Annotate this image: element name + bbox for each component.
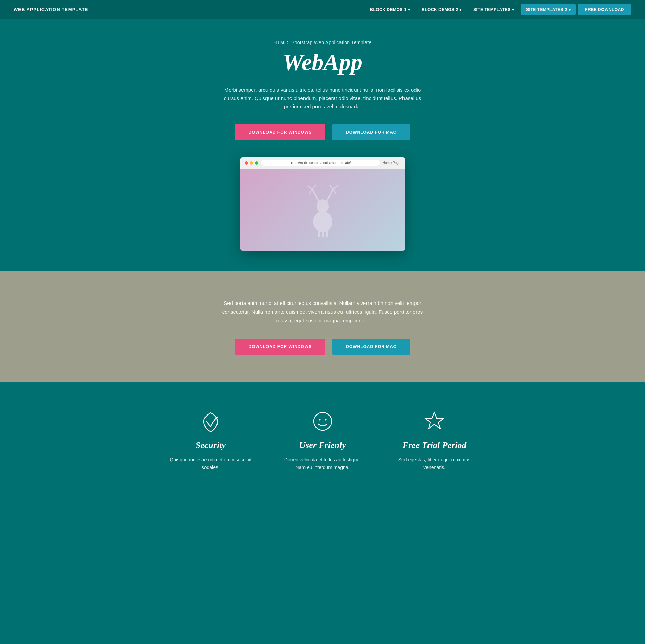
- features-section: Security Quisque molestie odio et enim s…: [0, 382, 645, 506]
- svg-line-1: [307, 186, 312, 189]
- svg-line-6: [333, 189, 336, 194]
- svg-point-8: [317, 199, 329, 213]
- browser-home: Home Page: [383, 161, 401, 165]
- free-trial-desc: Sed egestas, libero eget maximus venenat…: [392, 456, 477, 471]
- security-icon: [199, 409, 223, 433]
- nav-block-demos-2[interactable]: BLOCK DEMOS 2 ▾: [417, 4, 467, 15]
- feature-user-friendly: User Frienly Donec vehicula et tellus ac…: [280, 409, 365, 471]
- svg-point-13: [314, 412, 332, 430]
- svg-line-2: [309, 189, 312, 194]
- gray-section: Sed porta enim nunc, at efficitur lectus…: [0, 271, 645, 382]
- nav-links: BLOCK DEMOS 1 ▾ BLOCK DEMOS 2 ▾ SITE TEM…: [365, 4, 631, 15]
- svg-line-0: [312, 189, 319, 203]
- svg-line-7: [330, 185, 333, 189]
- user-friendly-desc: Donec vehicula et tellus ac tristique. N…: [280, 456, 365, 471]
- security-desc: Quisque molestie odio et enim suscipit s…: [169, 456, 253, 471]
- features-grid: Security Quisque molestie odio et enim s…: [169, 409, 477, 471]
- svg-rect-12: [326, 230, 328, 237]
- hero-download-windows[interactable]: DOWNLOAD FOR WINDOWS: [235, 124, 326, 140]
- svg-point-14: [319, 419, 320, 420]
- free-trial-title: Free Trial Period: [392, 440, 477, 450]
- deer-illustration: [302, 182, 343, 237]
- browser-content: [240, 169, 405, 251]
- nav-brand: WEB APPLICATION TEMPLATE: [14, 7, 88, 12]
- svg-rect-10: [318, 230, 320, 237]
- gray-section-buttons: DOWNLOAD FOR WINDOWS DOWNLOAD FOR MAC: [7, 339, 638, 355]
- navbar: WEB APPLICATION TEMPLATE BLOCK DEMOS 1 ▾…: [0, 0, 645, 19]
- nav-free-download[interactable]: FREE DOWNLOAD: [578, 4, 631, 15]
- user-friendly-icon: [311, 409, 335, 433]
- hero-title: WebApp: [7, 49, 638, 76]
- svg-line-3: [312, 185, 316, 189]
- hero-subtitle: HTML5 Bootstrap Web Application Template: [7, 40, 638, 45]
- svg-line-5: [333, 186, 338, 189]
- gray-section-description: Sed porta enim nunc, at efficitur lectus…: [216, 299, 429, 325]
- feature-security: Security Quisque molestie odio et enim s…: [169, 409, 253, 471]
- gray-download-mac[interactable]: DOWNLOAD FOR MAC: [332, 339, 410, 355]
- free-trial-icon: [422, 409, 446, 433]
- svg-line-4: [326, 189, 333, 203]
- feature-free-trial: Free Trial Period Sed egestas, libero eg…: [392, 409, 477, 471]
- browser-bar: https://mobirise.com/bootstrap-template/…: [240, 157, 405, 169]
- svg-marker-16: [425, 412, 444, 429]
- gray-download-windows[interactable]: DOWNLOAD FOR WINDOWS: [235, 339, 326, 355]
- browser-url: https://mobirise.com/bootstrap-template/: [261, 160, 380, 166]
- svg-rect-11: [322, 230, 324, 237]
- hero-buttons: DOWNLOAD FOR WINDOWS DOWNLOAD FOR MAC: [7, 124, 638, 140]
- dot-yellow: [250, 161, 253, 165]
- security-title: Security: [169, 440, 253, 450]
- nav-site-templates-2[interactable]: SITE TEMPLATES 2 ▾: [521, 4, 576, 15]
- browser-dots: [245, 161, 258, 165]
- hero-download-mac[interactable]: DOWNLOAD FOR MAC: [332, 124, 410, 140]
- user-friendly-title: User Frienly: [280, 440, 365, 450]
- svg-point-15: [325, 419, 326, 420]
- dot-green: [255, 161, 258, 165]
- hero-description: Morbi semper, arcu quis varius ultricies…: [220, 86, 425, 111]
- hero-section: HTML5 Bootstrap Web Application Template…: [0, 19, 645, 271]
- nav-site-templates[interactable]: SITE TEMPLATES ▾: [469, 4, 519, 15]
- nav-block-demos-1[interactable]: BLOCK DEMOS 1 ▾: [365, 4, 415, 15]
- dot-red: [245, 161, 248, 165]
- browser-mockup: https://mobirise.com/bootstrap-template/…: [240, 157, 405, 251]
- svg-point-9: [313, 211, 332, 232]
